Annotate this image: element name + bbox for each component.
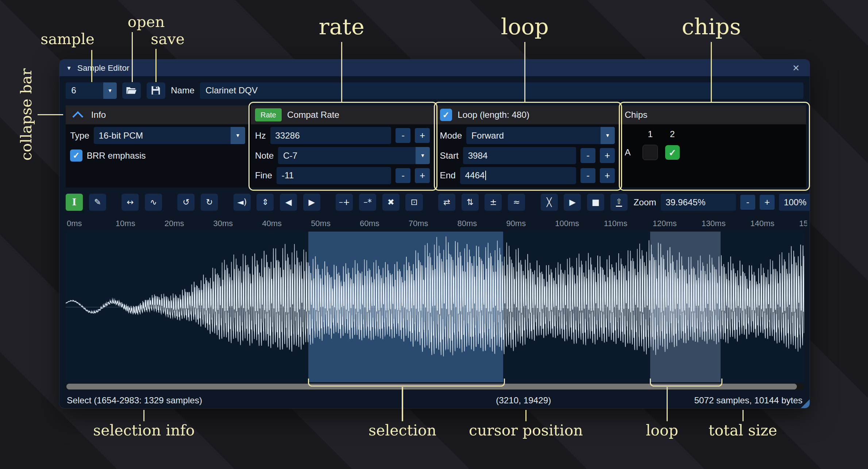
chevron-down-icon[interactable]: ▼ xyxy=(416,147,430,164)
note-select[interactable]: C-7 ▼ xyxy=(278,147,430,164)
name-input[interactable]: Clarinet DQV xyxy=(200,82,803,99)
ruler-tick: 150 xyxy=(799,219,807,228)
rate-badge-button[interactable]: Rate xyxy=(255,108,282,121)
delete-button[interactable]: ✖ xyxy=(382,194,400,211)
loop-start-value: 3984 xyxy=(468,151,488,161)
ruler-tick: 40ms xyxy=(262,219,282,228)
fine-label: Fine xyxy=(255,170,272,181)
selection-info-text: Select (1654-2983: 1329 samples) xyxy=(67,395,202,406)
hz-input[interactable]: 33286 xyxy=(270,127,391,144)
status-bar: Select (1654-2983: 1329 samples) (3210, … xyxy=(66,392,803,408)
zoom-plus-button[interactable]: + xyxy=(760,195,775,210)
loop-end-input[interactable]: 4464 xyxy=(460,167,576,184)
window-collapse-icon[interactable]: ▼ xyxy=(66,65,72,71)
ruler-tick: 30ms xyxy=(213,219,233,228)
save-button[interactable] xyxy=(147,82,166,99)
loop-end-label: End xyxy=(440,170,456,181)
invert-button[interactable]: ⇅ xyxy=(462,194,479,211)
toolbar: I✎↔∿↺↻◄)⇕◀▶–+–*✖⊡⇄⇅±≈╳▶■⇧ Zoom 39.9645% … xyxy=(66,193,803,212)
sign-invert-button[interactable]: ± xyxy=(485,194,502,211)
waveform-scrollbar[interactable] xyxy=(66,383,804,390)
close-icon[interactable]: ✕ xyxy=(789,62,803,74)
fine-minus-button[interactable]: - xyxy=(396,168,410,183)
check-icon: ✓ xyxy=(669,147,676,158)
ruler-tick: 90ms xyxy=(506,219,526,228)
loop-mode-value: Forward xyxy=(466,127,600,144)
chip-col-2: 2 xyxy=(670,129,675,139)
titlebar[interactable]: ▼ Sample Editor ✕ xyxy=(59,59,810,76)
resample-button[interactable]: ∿ xyxy=(145,194,162,211)
filter-button[interactable]: ≈ xyxy=(508,194,525,211)
waveform-canvas xyxy=(66,232,804,382)
loop-end-minus-button[interactable]: - xyxy=(580,168,595,183)
apply-silence-button[interactable]: –* xyxy=(359,194,376,211)
annotation-chips: chips xyxy=(682,14,741,39)
redo-button[interactable]: ↻ xyxy=(201,194,218,211)
zoom-input[interactable]: 39.9645% xyxy=(661,194,736,211)
chip-col-1: 1 xyxy=(648,129,653,139)
normalize-button[interactable]: ⇕ xyxy=(256,194,274,211)
loop-end-plus-button[interactable]: + xyxy=(600,168,615,183)
loop-start-minus-button[interactable]: - xyxy=(580,148,595,163)
delete-icon: ✖ xyxy=(387,198,394,206)
rate-header: Rate Compat Rate xyxy=(251,105,435,124)
chip-a1-checkbox[interactable] xyxy=(643,145,657,160)
loop-start-input[interactable]: 3984 xyxy=(463,147,576,164)
ruler-tick: 50ms xyxy=(311,219,331,228)
annotation-rate: rate xyxy=(319,14,364,39)
annotation-line xyxy=(525,410,526,421)
rate-header-label: Compat Rate xyxy=(287,110,339,120)
apply-silence-icon: –* xyxy=(363,198,372,206)
fade-in-button[interactable]: ◀ xyxy=(280,194,297,211)
amplify-button[interactable]: ◄) xyxy=(234,194,251,211)
fade-out-button[interactable]: ▶ xyxy=(303,194,320,211)
trim-icon: ⊡ xyxy=(410,198,417,206)
preview-button[interactable]: ▶ xyxy=(564,194,581,211)
loop-mode-select[interactable]: Forward ▼ xyxy=(466,127,615,144)
chip-a2-checkbox[interactable]: ✓ xyxy=(665,145,679,159)
open-button[interactable] xyxy=(122,82,141,99)
fine-plus-button[interactable]: + xyxy=(415,168,430,183)
fine-input[interactable]: -11 xyxy=(277,167,391,184)
make-instrument-icon: ⇧ xyxy=(616,198,622,207)
type-value: 16-bit PCM xyxy=(94,127,231,144)
collapse-bar-button[interactable] xyxy=(70,108,85,122)
loop-start-plus-button[interactable]: + xyxy=(600,148,615,163)
loop-checkbox[interactable]: ✓ xyxy=(440,109,452,121)
type-label: Type xyxy=(70,131,89,141)
make-instrument-button[interactable]: ⇧ xyxy=(610,194,628,211)
zoom-minus-button[interactable]: - xyxy=(740,195,755,210)
annotation-line xyxy=(742,410,744,421)
trim-button[interactable]: ⊡ xyxy=(405,194,423,211)
sample-slot-select[interactable]: 6 ▼ xyxy=(66,82,117,99)
insert-silence-button[interactable]: –+ xyxy=(336,194,353,211)
zoom-reset-button[interactable]: 100% xyxy=(779,194,810,211)
scrollbar-thumb[interactable] xyxy=(66,384,797,389)
timeline-ruler[interactable]: 0ms10ms20ms30ms40ms50ms60ms70ms80ms90ms1… xyxy=(66,216,807,231)
edit-select-button[interactable]: I xyxy=(66,194,83,211)
total-size-text: 5072 samples, 10144 bytes xyxy=(694,395,803,406)
undo-button[interactable]: ↺ xyxy=(177,194,194,211)
stop-preview-button[interactable]: ■ xyxy=(587,194,604,211)
resize-button[interactable]: ↔ xyxy=(121,194,139,211)
reverse-button[interactable]: ⇄ xyxy=(438,194,455,211)
type-select[interactable]: 16-bit PCM ▼ xyxy=(94,127,245,144)
ruler-tick: 10ms xyxy=(116,219,135,228)
hz-minus-button[interactable]: - xyxy=(396,128,410,143)
annotation-loop-region: loop xyxy=(646,422,678,439)
sample-slot-value: 6 xyxy=(66,82,103,99)
zoom-value: 39.9645% xyxy=(666,197,705,208)
hz-plus-button[interactable]: + xyxy=(415,128,430,143)
chevron-down-icon[interactable]: ▼ xyxy=(601,127,615,144)
annotation-cursor-position: cursor position xyxy=(469,422,583,439)
resize-grip[interactable] xyxy=(801,399,810,408)
crossfade-button[interactable]: ╳ xyxy=(541,194,558,211)
chevron-down-icon[interactable]: ▼ xyxy=(231,127,245,144)
normalize-icon: ⇕ xyxy=(262,198,269,206)
note-label: Note xyxy=(255,151,274,161)
chevron-down-icon[interactable]: ▼ xyxy=(103,82,116,99)
ruler-tick: 140ms xyxy=(750,219,774,228)
brr-emphasis-checkbox[interactable]: ✓ xyxy=(70,150,82,162)
waveform-view[interactable] xyxy=(66,232,804,382)
draw-button[interactable]: ✎ xyxy=(89,194,106,211)
